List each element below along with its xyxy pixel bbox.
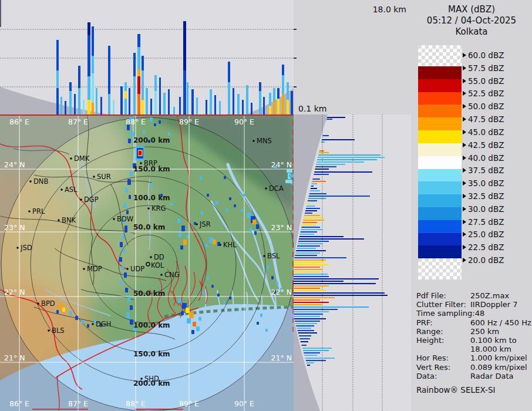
tick-label: 25.0 dBZ [468, 230, 504, 239]
echo-cell [252, 220, 256, 224]
legend-tick: 60.0 dBZ [463, 51, 504, 59]
city-dot [140, 378, 143, 380]
metadata-row: Clutter Filter:IIRDoppler 7 [416, 300, 531, 309]
echo-cell [179, 233, 181, 237]
metadata-row: Vert Res:0.089 km/pixel [416, 363, 531, 372]
echo-bar [295, 255, 317, 256]
tick-label: 35.0 dBZ [468, 178, 504, 188]
echo-bar [92, 103, 94, 114]
height-axis-max-label: 18.0 km [373, 5, 406, 14]
legend-band-transparent [418, 258, 462, 279]
echo-bar [282, 94, 284, 114]
echo-bar [303, 220, 324, 221]
echo-cell [287, 169, 292, 173]
echo-bar [305, 358, 335, 359]
echo-bar [287, 100, 289, 114]
city-dot [219, 244, 221, 246]
echo-bar [142, 70, 144, 100]
metadata-row: Height:0.100 km to [416, 336, 531, 345]
echo-cell [69, 311, 72, 315]
echo-bar [304, 355, 317, 356]
echo-cell [267, 265, 270, 269]
echo-bar [282, 65, 284, 75]
echo-bar [206, 100, 207, 114]
city-dot [29, 180, 32, 183]
city-label: JSD [20, 244, 32, 252]
latitude-label-left: 24° N [4, 160, 25, 169]
legend-band [418, 233, 462, 246]
legend-band [418, 79, 462, 92]
echo-bar [296, 325, 314, 326]
echo-bar [137, 47, 140, 69]
longitude-label-bottom: 90° E [234, 399, 254, 408]
range-ring-label: 200.0 km [133, 136, 170, 144]
echo-cell [127, 179, 131, 185]
tick-arrow-icon [463, 232, 466, 237]
echo-cell [201, 211, 203, 215]
echo-bar [318, 154, 381, 156]
echo-bar [183, 70, 186, 114]
tick-arrow-icon [463, 53, 466, 58]
echo-bar [56, 88, 59, 114]
tick-label: 37.5 dBZ [468, 166, 504, 175]
echo-bar [297, 330, 314, 331]
echo-bar [308, 198, 326, 199]
echo-bar [294, 274, 328, 275]
range-ring-label: 150.0 km [133, 350, 170, 358]
echo-cell [128, 139, 131, 143]
metadata-label: Range: [416, 327, 470, 336]
echo-bar [78, 66, 80, 88]
echo-bar [124, 91, 127, 99]
echo-bar [294, 281, 344, 282]
echo-bar [133, 76, 136, 114]
echo-bar [228, 62, 230, 82]
echo-bar [120, 86, 123, 114]
echo-bar [316, 164, 345, 165]
legend-band [418, 117, 462, 130]
echo-bar [259, 82, 261, 91]
echo-cell [289, 174, 294, 177]
echo-cell [187, 318, 191, 324]
city-label: MDP [87, 265, 102, 273]
echo-bar [69, 91, 72, 114]
metadata-row: Pdf File:250Z.max [416, 291, 531, 300]
city-dot [196, 223, 198, 225]
echo-bar [295, 321, 320, 322]
echo-bar [233, 88, 234, 114]
tick-label: 20.0 dBZ [468, 255, 504, 265]
software-brand: Rainbow® SELEX-SI [416, 386, 531, 395]
legend-tick: 20.0 dBZ [463, 256, 504, 264]
echo-cell [257, 322, 259, 325]
echo-cell [183, 240, 187, 245]
echo-cell [122, 235, 124, 240]
city-label: SUR [97, 173, 111, 181]
echo-bar [297, 245, 320, 247]
longitude-label-top: 86° E [9, 117, 29, 126]
echo-bar [210, 89, 212, 114]
echo-bar [69, 82, 72, 91]
legend-column: MAX (dBZ) 05:12 / 04-Oct-2025 Kolkata 60… [411, 0, 532, 411]
echo-cell [120, 242, 123, 247]
city-label: BSL [267, 252, 280, 260]
tick-label: 22.5 dBZ [468, 242, 504, 252]
echo-cell [191, 330, 194, 334]
echo-bar [159, 78, 161, 114]
legend-band [418, 156, 462, 169]
city-dot [265, 187, 267, 190]
metadata-label: PRF: [416, 318, 470, 327]
legend-tick: 45.0 dBZ [463, 128, 504, 136]
metadata-value: 18.000 km [470, 345, 511, 353]
echo-bar [100, 97, 102, 114]
legend-band [418, 181, 462, 194]
legend-tick: 30.0 dBZ [463, 205, 504, 213]
echo-bar [87, 22, 90, 35]
echo-bar [133, 53, 136, 76]
city-label: CNG [164, 271, 180, 279]
legend-band [418, 130, 462, 143]
echo-bar [312, 178, 320, 180]
latitude-label-right: 24° N [271, 160, 292, 169]
echo-bar [310, 190, 320, 191]
echo-bar [318, 157, 385, 158]
echo-bar [150, 99, 152, 114]
city-dot [16, 247, 19, 249]
